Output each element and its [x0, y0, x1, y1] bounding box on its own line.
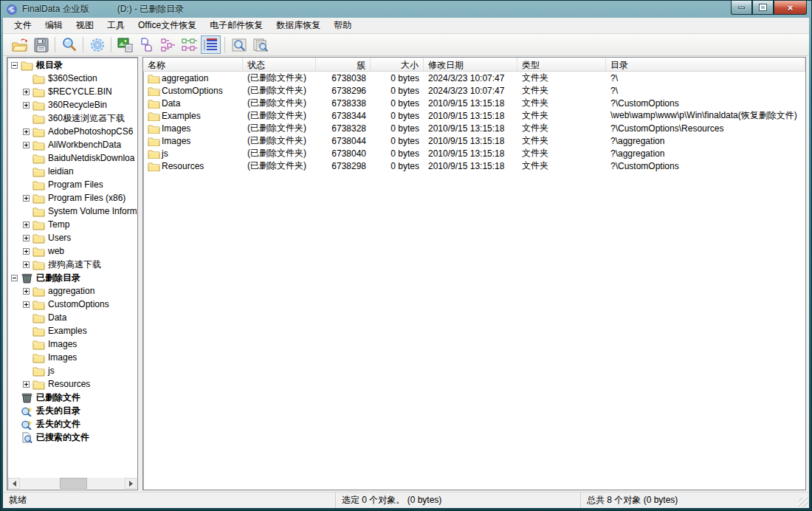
tree-item-28[interactable]: 已搜索的文件 [8, 431, 137, 444]
tree-item-7[interactable]: BaiduNetdiskDownloa [8, 151, 137, 165]
close-button[interactable]: × [774, 1, 807, 15]
expand-plus-icon[interactable] [23, 128, 30, 135]
tree-item-5[interactable]: AdobePhotoshopCS6 [8, 125, 137, 138]
tree-item-23[interactable]: js [8, 364, 137, 377]
tree-item-24[interactable]: Resources [8, 377, 137, 391]
scrollbar-track[interactable] [20, 478, 125, 489]
table-row[interactable]: aggregation(已删除文件夹)67380380 bytes2024/3/… [143, 72, 805, 84]
details-view-button[interactable] [201, 35, 221, 54]
large-icons-view-button[interactable] [137, 35, 156, 54]
expand-plus-icon[interactable] [23, 248, 30, 255]
column-header-1[interactable]: 状态 [243, 58, 316, 71]
open-button[interactable] [10, 35, 30, 54]
title-bar[interactable]: FinalData 企业版 (D:) - 已删除目录 × [1, 1, 811, 18]
expand-plus-icon[interactable] [23, 381, 30, 388]
tree-item-label: Resources [48, 379, 90, 389]
tree-item-12[interactable]: Temp [8, 218, 137, 231]
directory-tree-panel: 根目录$360Section$RECYCLE.BIN360RecycleBin3… [7, 57, 138, 490]
table-row[interactable]: js(已删除文件夹)67380400 bytes2010/9/15 13:15:… [143, 147, 805, 160]
scroll-right-button[interactable] [125, 478, 137, 489]
folder-icon [32, 126, 45, 137]
tree-item-8[interactable]: leidian [8, 165, 137, 178]
menu-item-4[interactable]: Office文件恢复 [131, 18, 203, 33]
image-recovery-button[interactable] [115, 35, 135, 54]
table-row[interactable]: Resources(已删除文件夹)67382980 bytes2010/9/15… [143, 160, 805, 172]
table-row[interactable]: Examples(已删除文件夹)67383440 bytes2010/9/15 … [143, 109, 805, 122]
tree-item-26[interactable]: 丢失的目录 [8, 404, 137, 417]
tree-item-13[interactable]: Users [8, 231, 137, 244]
menu-item-6[interactable]: 数据库恢复 [269, 18, 327, 33]
menu-item-7[interactable]: 帮助 [327, 18, 358, 33]
scroll-left-button[interactable] [8, 478, 20, 489]
tree-item-19[interactable]: Data [8, 311, 137, 324]
tree-item-3[interactable]: 360RecycleBin [8, 98, 137, 112]
expand-plus-icon[interactable] [23, 235, 30, 241]
preview-button[interactable] [229, 35, 249, 54]
expand-plus-icon[interactable] [23, 261, 30, 268]
resize-grip[interactable] [799, 498, 808, 507]
tree-item-9[interactable]: Program Files [8, 178, 137, 191]
tree-item-label: CustomOptions [48, 299, 109, 309]
table-row[interactable]: Images(已删除文件夹)67380440 bytes2010/9/15 13… [143, 134, 805, 147]
save-button[interactable] [31, 35, 51, 54]
tree-horizontal-scrollbar[interactable] [8, 478, 137, 489]
table-row[interactable]: Images(已删除文件夹)67383280 bytes2010/9/15 13… [143, 122, 805, 134]
expand-plus-icon[interactable] [23, 195, 30, 202]
tree-item-6[interactable]: AliWorkbenchData [8, 138, 137, 151]
tree-item-18[interactable]: CustomOptions [8, 298, 137, 311]
tree-item-21[interactable]: Images [8, 337, 137, 351]
expand-plus-icon[interactable] [23, 142, 30, 148]
tree-item-20[interactable]: Examples [8, 324, 137, 337]
tree-item-1[interactable]: $360Section [8, 72, 137, 85]
menu-item-3[interactable]: 工具 [100, 18, 131, 33]
file-name-label: Images [162, 136, 190, 146]
tree-item-16[interactable]: 已删除目录 [8, 271, 137, 284]
table-row[interactable]: Data(已删除文件夹)67383380 bytes2010/9/15 13:1… [143, 97, 805, 109]
table-row[interactable]: CustomOptions(已删除文件夹)67382960 bytes2024/… [143, 84, 805, 97]
expand-plus-icon[interactable] [23, 288, 30, 295]
folder-icon [32, 219, 45, 230]
small-icons-view-button[interactable] [158, 35, 178, 54]
expand-plus-icon[interactable] [23, 222, 30, 228]
small-icons-icon [160, 38, 176, 52]
cell-cluster: 6738040 [316, 148, 371, 159]
column-header-3[interactable]: 大小 [371, 58, 424, 71]
expand-plus-icon[interactable] [23, 102, 30, 109]
tree-item-15[interactable]: 搜狗高速下载 [8, 258, 137, 271]
menu-item-1[interactable]: 编辑 [38, 18, 69, 33]
tree-item-4[interactable]: 360极速浏览器下载 [8, 112, 137, 125]
column-header-4[interactable]: 修改日期 [424, 58, 517, 71]
search-file-icon [21, 432, 33, 443]
maximize-icon [760, 4, 766, 10]
tree-item-27[interactable]: 丢失的文件 [8, 417, 137, 431]
tree-item-17[interactable]: aggregation [8, 284, 137, 298]
minimize-icon [738, 7, 745, 9]
menu-item-2[interactable]: 视图 [69, 18, 100, 33]
tree-item-25[interactable]: 已删除文件 [8, 391, 137, 404]
menu-item-0[interactable]: 文件 [7, 18, 38, 33]
tree-item-0[interactable]: 根目录 [8, 58, 137, 72]
scrollbar-thumb[interactable] [60, 478, 87, 489]
maximize-button[interactable] [752, 1, 774, 15]
tree-item-14[interactable]: web [8, 244, 137, 258]
column-header-6[interactable]: 目录 [606, 58, 805, 71]
column-header-5[interactable]: 类型 [517, 58, 606, 71]
tree-item-22[interactable]: Images [8, 351, 137, 364]
collapse-minus-icon[interactable] [11, 275, 18, 281]
tree-item-11[interactable]: System Volume Inform [8, 205, 137, 218]
list-view-button[interactable] [179, 35, 199, 54]
search-button[interactable] [59, 35, 79, 54]
file-preview-button[interactable] [250, 35, 270, 54]
cell-size: 0 bytes [371, 161, 424, 171]
file-name-label: Images [162, 123, 190, 134]
tree-item-10[interactable]: Program Files (x86) [8, 191, 137, 205]
tree-item-2[interactable]: $RECYCLE.BIN [8, 85, 137, 98]
minimize-button[interactable] [731, 1, 752, 15]
column-header-2[interactable]: 簇 [316, 58, 371, 71]
column-header-0[interactable]: 名称 [143, 58, 243, 71]
menu-item-5[interactable]: 电子邮件恢复 [203, 18, 269, 33]
collapse-minus-icon[interactable] [11, 62, 18, 69]
expand-plus-icon[interactable] [23, 301, 30, 308]
settings-button[interactable] [87, 35, 107, 54]
expand-plus-icon[interactable] [23, 89, 30, 95]
